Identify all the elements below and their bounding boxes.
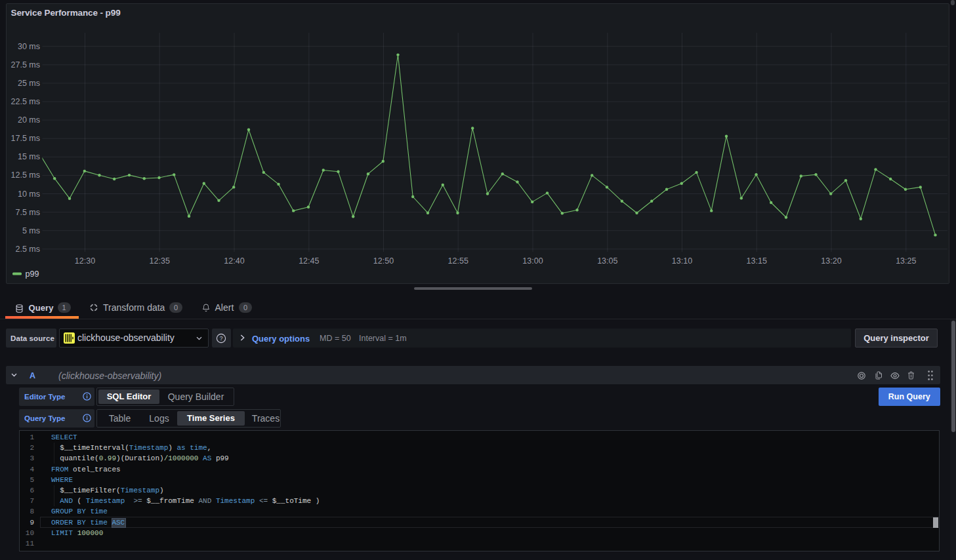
svg-text:12:35: 12:35 [150,256,170,266]
svg-text:25 ms: 25 ms [18,79,40,88]
svg-text:5 ms: 5 ms [22,226,40,235]
svg-text:27.5 ms: 27.5 ms [11,60,40,70]
svg-text:22.5 ms: 22.5 ms [11,97,40,106]
svg-text:12:45: 12:45 [299,256,319,266]
svg-text:13:00: 13:00 [522,256,543,266]
svg-text:15 ms: 15 ms [18,152,40,161]
svg-text:13:20: 13:20 [821,256,841,266]
svg-text:10 ms: 10 ms [18,190,40,199]
svg-text:17.5 ms: 17.5 ms [11,134,40,143]
svg-text:30 ms: 30 ms [18,42,40,51]
svg-text:12.5 ms: 12.5 ms [11,170,40,180]
svg-text:13:05: 13:05 [597,256,617,266]
svg-text:2.5 ms: 2.5 ms [15,245,40,254]
svg-text:13:10: 13:10 [672,256,692,266]
svg-text:13:25: 13:25 [896,256,916,266]
svg-text:12:50: 12:50 [373,256,394,266]
svg-text:7.5 ms: 7.5 ms [15,208,40,217]
svg-text:12:30: 12:30 [75,256,95,266]
svg-text:p99: p99 [26,270,39,279]
svg-text:13:15: 13:15 [747,256,767,266]
svg-text:12:40: 12:40 [224,256,244,266]
svg-text:?: ? [220,335,223,342]
svg-text:20 ms: 20 ms [18,115,40,125]
svg-text:12:55: 12:55 [448,256,468,266]
